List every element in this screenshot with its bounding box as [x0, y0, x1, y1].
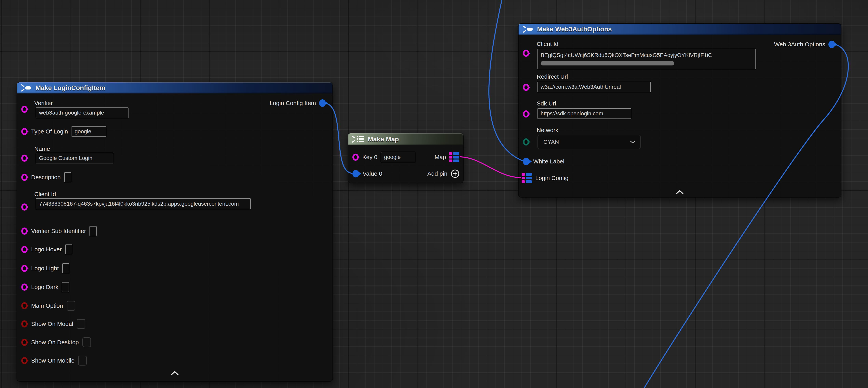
client-id-label: Client Id — [537, 40, 558, 47]
main-option-row: Main Option — [21, 301, 75, 311]
logo-dark-input[interactable] — [62, 282, 69, 292]
logo-light-label: Logo Light — [31, 265, 59, 272]
network-label: Network — [537, 127, 558, 133]
logo-hover-row: Logo Hover — [21, 244, 72, 255]
map-output-label: Map — [435, 154, 446, 160]
logo-dark-label: Logo Dark — [31, 284, 58, 290]
web3auth-options-output-pin[interactable] — [828, 40, 835, 48]
show-on-desktop-pin[interactable] — [21, 339, 28, 346]
logo-dark-row: Logo Dark — [21, 282, 69, 292]
white-label-pin[interactable] — [523, 158, 530, 165]
type-of-login-input[interactable]: google — [71, 126, 106, 137]
node-make-map-header[interactable]: Make Map — [348, 133, 463, 145]
type-of-login-row: Type Of Login google — [21, 126, 106, 137]
name-input[interactable]: Google Custom Login — [36, 153, 113, 163]
logo-light-input[interactable] — [62, 263, 69, 273]
verifier-sub-identifier-row: Verifier Sub Identifier — [21, 226, 97, 236]
node-make-web3authoptions-header[interactable]: Make Web3AuthOptions — [519, 24, 841, 35]
show-on-modal-label: Show On Modal — [31, 321, 73, 327]
show-on-mobile-pin[interactable] — [21, 357, 28, 364]
client-id-label: Client Id — [34, 191, 56, 198]
redirect-url-input[interactable]: w3a://com.w3a.Web3AuthUnreal — [537, 82, 651, 92]
value0-label: Value 0 — [363, 170, 382, 177]
node-make-loginconfigitem-header[interactable]: Make LoginConfigItem — [17, 82, 333, 93]
value0-pin[interactable] — [352, 170, 359, 177]
verifier-sub-identifier-label: Verifier Sub Identifier — [31, 228, 86, 234]
type-of-login-pin[interactable] — [21, 128, 28, 135]
login-config-item-output-pin[interactable] — [319, 99, 326, 107]
main-option-pin[interactable] — [21, 302, 28, 309]
node-make-web3authoptions[interactable]: Make Web3AuthOptions Web 3Auth Options C… — [518, 23, 841, 198]
logo-hover-pin[interactable] — [21, 246, 28, 253]
network-pin[interactable] — [523, 139, 529, 146]
network-dropdown[interactable]: CYAN — [537, 135, 641, 149]
logo-light-row: Logo Light — [21, 263, 69, 273]
key0-label: Key 0 — [362, 154, 377, 160]
main-option-label: Main Option — [31, 302, 63, 309]
client-id-pin[interactable] — [21, 204, 28, 211]
output-pin-label: Web 3Auth Options — [774, 41, 825, 48]
verifier-pin[interactable] — [21, 106, 28, 113]
make-map-icon — [352, 135, 364, 144]
add-pin-plus-icon[interactable] — [451, 169, 460, 178]
output-pin-label: Login Config Item — [270, 100, 316, 107]
description-row: Description — [21, 172, 71, 182]
show-on-modal-checkbox[interactable] — [77, 319, 85, 329]
client-id-scrollbar[interactable] — [540, 61, 674, 65]
key0-row: Key 0 google — [352, 152, 415, 162]
output-web3auth-options[interactable]: Web 3Auth Options — [774, 40, 835, 48]
node-make-loginconfigitem[interactable]: Make LoginConfigItem Login Config Item V… — [17, 82, 333, 382]
node-title: Make LoginConfigItem — [35, 84, 105, 92]
main-option-checkbox[interactable] — [67, 301, 75, 311]
logo-light-pin[interactable] — [21, 265, 28, 272]
make-struct-icon — [21, 84, 32, 92]
show-on-desktop-checkbox[interactable] — [82, 337, 91, 347]
node-title: Make Web3AuthOptions — [537, 25, 612, 33]
show-on-mobile-label: Show On Mobile — [31, 357, 74, 364]
map-output[interactable]: Map — [435, 152, 459, 162]
verifier-input[interactable]: web3auth-google-example — [36, 108, 128, 118]
login-config-label: Login Config — [535, 175, 568, 181]
white-label-label: White Label — [533, 158, 564, 165]
make-struct-icon — [522, 25, 533, 33]
client-id-input[interactable]: 774338308167-q463s7kpvja16l4l0kko3nb925i… — [36, 198, 251, 209]
description-input[interactable] — [64, 172, 71, 182]
show-on-modal-pin[interactable] — [21, 320, 28, 327]
show-on-desktop-row: Show On Desktop — [21, 337, 91, 347]
map-container-pin-icon[interactable] — [449, 152, 459, 162]
sdk-url-input[interactable]: https://sdk.openlogin.com — [537, 108, 631, 119]
sdk-url-label: Sdk Url — [537, 100, 556, 107]
show-on-modal-row: Show On Modal — [21, 319, 85, 329]
network-dropdown-value: CYAN — [544, 139, 559, 145]
collapse-chevron-icon[interactable] — [676, 190, 684, 195]
show-on-mobile-checkbox[interactable] — [78, 356, 87, 365]
description-pin[interactable] — [21, 174, 28, 181]
key0-pin[interactable] — [352, 154, 359, 161]
logo-hover-input[interactable] — [65, 244, 72, 254]
login-config-row: Login Config — [522, 173, 568, 183]
description-label: Description — [31, 174, 61, 181]
add-pin-button[interactable]: Add pin — [427, 169, 460, 178]
client-id-input[interactable]: BEglQSgt4cUWcj6SKRdu5QkOXTsePmMcusG5EAoy… — [537, 49, 756, 69]
add-pin-label: Add pin — [427, 170, 447, 177]
name-label: Name — [34, 146, 50, 152]
value0-row: Value 0 — [352, 168, 382, 179]
name-pin[interactable] — [21, 155, 28, 162]
dropdown-chevron-icon — [630, 140, 636, 144]
collapse-chevron-icon[interactable] — [170, 371, 179, 376]
sdk-url-pin[interactable] — [523, 111, 529, 118]
verifier-label: Verifier — [34, 100, 53, 107]
redirect-url-pin[interactable] — [523, 84, 529, 91]
show-on-desktop-label: Show On Desktop — [31, 339, 79, 346]
type-of-login-label: Type Of Login — [31, 128, 68, 135]
blueprint-canvas[interactable]: Make LoginConfigItem Login Config Item V… — [0, 0, 868, 388]
verifier-sub-identifier-input[interactable] — [90, 226, 97, 236]
client-id-pin[interactable] — [523, 50, 529, 57]
map-container-pin-icon[interactable] — [522, 173, 532, 183]
output-login-config-item[interactable]: Login Config Item — [270, 99, 326, 107]
node-make-map[interactable]: Make Map Key 0 google Map Value 0 Add pi… — [348, 133, 464, 183]
logo-dark-pin[interactable] — [21, 283, 28, 291]
logo-hover-label: Logo Hover — [31, 246, 62, 253]
key0-input[interactable]: google — [381, 152, 415, 162]
verifier-sub-identifier-pin[interactable] — [21, 228, 28, 235]
